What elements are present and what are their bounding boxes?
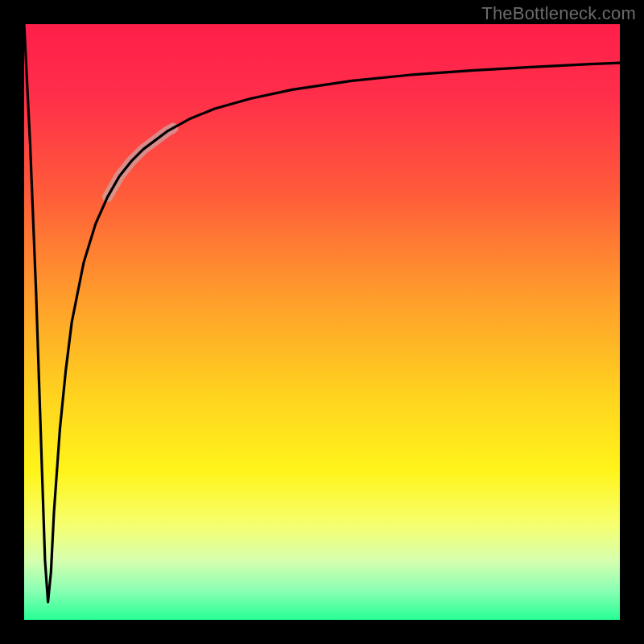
plot-background [24, 24, 620, 620]
chart-stage: TheBottleneck.com [0, 0, 644, 644]
chart-svg [0, 0, 644, 644]
